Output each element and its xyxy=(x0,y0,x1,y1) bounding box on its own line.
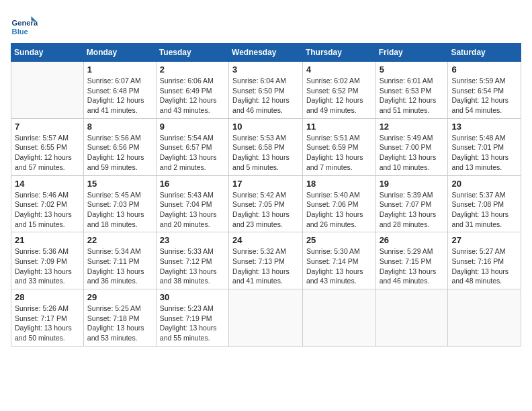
day-info: Sunrise: 5:45 AM Sunset: 7:03 PM Dayligh… xyxy=(87,190,152,230)
day-info: Sunrise: 6:01 AM Sunset: 6:53 PM Dayligh… xyxy=(380,76,445,116)
calendar-cell: 5Sunrise: 6:01 AM Sunset: 6:53 PM Daylig… xyxy=(375,62,448,119)
col-header-monday: Monday xyxy=(83,44,156,62)
calendar-cell xyxy=(11,62,84,119)
calendar-cell: 28Sunrise: 5:26 AM Sunset: 7:17 PM Dayli… xyxy=(11,289,84,347)
day-number: 18 xyxy=(306,179,372,189)
calendar-cell xyxy=(448,289,521,347)
day-info: Sunrise: 5:25 AM Sunset: 7:18 PM Dayligh… xyxy=(87,304,152,343)
calendar-cell: 22Sunrise: 5:34 AM Sunset: 7:11 PM Dayli… xyxy=(83,232,156,289)
day-info: Sunrise: 5:42 AM Sunset: 7:05 PM Dayligh… xyxy=(232,190,299,230)
day-number: 1 xyxy=(87,64,152,75)
day-info: Sunrise: 5:56 AM Sunset: 6:56 PM Dayligh… xyxy=(87,133,152,173)
day-number: 27 xyxy=(451,235,517,245)
day-number: 16 xyxy=(160,179,225,189)
day-info: Sunrise: 5:26 AM Sunset: 7:17 PM Dayligh… xyxy=(15,304,80,343)
col-header-wednesday: Wednesday xyxy=(229,44,303,62)
day-info: Sunrise: 5:30 AM Sunset: 7:14 PM Dayligh… xyxy=(306,246,372,286)
calendar-week-row: 14Sunrise: 5:46 AM Sunset: 7:02 PM Dayli… xyxy=(11,175,521,232)
day-info: Sunrise: 5:51 AM Sunset: 6:59 PM Dayligh… xyxy=(306,133,372,173)
calendar-cell: 2Sunrise: 6:06 AM Sunset: 6:49 PM Daylig… xyxy=(156,62,228,119)
day-info: Sunrise: 5:49 AM Sunset: 7:00 PM Dayligh… xyxy=(380,133,445,173)
col-header-friday: Friday xyxy=(375,44,448,62)
day-info: Sunrise: 6:04 AM Sunset: 6:50 PM Dayligh… xyxy=(232,76,299,116)
col-header-thursday: Thursday xyxy=(302,44,375,62)
calendar-cell: 18Sunrise: 5:40 AM Sunset: 7:06 PM Dayli… xyxy=(302,175,375,232)
day-number: 8 xyxy=(87,122,152,132)
day-number: 25 xyxy=(306,235,372,245)
col-header-sunday: Sunday xyxy=(11,44,84,62)
calendar-cell xyxy=(302,289,375,347)
day-number: 26 xyxy=(380,235,445,245)
day-info: Sunrise: 6:07 AM Sunset: 6:48 PM Dayligh… xyxy=(87,76,152,116)
day-number: 28 xyxy=(15,292,80,302)
logo: General Blue xyxy=(11,11,40,38)
calendar-cell: 15Sunrise: 5:45 AM Sunset: 7:03 PM Dayli… xyxy=(83,175,156,232)
day-info: Sunrise: 5:46 AM Sunset: 7:02 PM Dayligh… xyxy=(15,190,80,230)
day-info: Sunrise: 5:40 AM Sunset: 7:06 PM Dayligh… xyxy=(306,190,372,230)
calendar-cell: 3Sunrise: 6:04 AM Sunset: 6:50 PM Daylig… xyxy=(229,62,303,119)
calendar-cell: 19Sunrise: 5:39 AM Sunset: 7:07 PM Dayli… xyxy=(375,175,448,232)
day-info: Sunrise: 5:34 AM Sunset: 7:11 PM Dayligh… xyxy=(87,246,152,286)
day-number: 14 xyxy=(15,179,80,189)
day-number: 7 xyxy=(15,122,80,132)
day-number: 21 xyxy=(15,235,80,245)
day-info: Sunrise: 5:33 AM Sunset: 7:12 PM Dayligh… xyxy=(160,246,225,286)
calendar-week-row: 7Sunrise: 5:57 AM Sunset: 6:55 PM Daylig… xyxy=(11,118,521,175)
day-number: 12 xyxy=(380,122,445,132)
day-number: 22 xyxy=(87,235,152,245)
calendar-cell: 21Sunrise: 5:36 AM Sunset: 7:09 PM Dayli… xyxy=(11,232,84,289)
logo-svg: General Blue xyxy=(11,11,38,38)
calendar-cell: 29Sunrise: 5:25 AM Sunset: 7:18 PM Dayli… xyxy=(83,289,156,347)
calendar-table: SundayMondayTuesdayWednesdayThursdayFrid… xyxy=(11,43,521,347)
calendar-cell: 26Sunrise: 5:29 AM Sunset: 7:15 PM Dayli… xyxy=(375,232,448,289)
day-info: Sunrise: 5:48 AM Sunset: 7:01 PM Dayligh… xyxy=(451,133,517,173)
day-number: 13 xyxy=(451,122,517,132)
day-number: 5 xyxy=(380,64,445,75)
day-info: Sunrise: 5:54 AM Sunset: 6:57 PM Dayligh… xyxy=(160,133,225,173)
calendar-cell: 23Sunrise: 5:33 AM Sunset: 7:12 PM Dayli… xyxy=(156,232,228,289)
calendar-cell: 10Sunrise: 5:53 AM Sunset: 6:58 PM Dayli… xyxy=(229,118,303,175)
calendar-cell xyxy=(229,289,303,347)
calendar-cell: 27Sunrise: 5:27 AM Sunset: 7:16 PM Dayli… xyxy=(448,232,521,289)
calendar-cell: 13Sunrise: 5:48 AM Sunset: 7:01 PM Dayli… xyxy=(448,118,521,175)
day-number: 9 xyxy=(160,122,225,132)
day-number: 20 xyxy=(451,179,517,189)
day-info: Sunrise: 5:43 AM Sunset: 7:04 PM Dayligh… xyxy=(160,190,225,230)
calendar-cell: 25Sunrise: 5:30 AM Sunset: 7:14 PM Dayli… xyxy=(302,232,375,289)
day-number: 17 xyxy=(232,179,299,189)
calendar-cell: 6Sunrise: 5:59 AM Sunset: 6:54 PM Daylig… xyxy=(448,62,521,119)
calendar-cell: 11Sunrise: 5:51 AM Sunset: 6:59 PM Dayli… xyxy=(302,118,375,175)
day-number: 30 xyxy=(160,292,225,302)
svg-text:Blue: Blue xyxy=(12,28,28,36)
day-info: Sunrise: 5:29 AM Sunset: 7:15 PM Dayligh… xyxy=(380,246,445,286)
day-number: 24 xyxy=(232,235,299,245)
day-number: 23 xyxy=(160,235,225,245)
day-info: Sunrise: 6:02 AM Sunset: 6:52 PM Dayligh… xyxy=(306,76,372,116)
day-info: Sunrise: 5:53 AM Sunset: 6:58 PM Dayligh… xyxy=(232,133,299,173)
calendar-header-row: SundayMondayTuesdayWednesdayThursdayFrid… xyxy=(11,44,521,62)
day-number: 4 xyxy=(306,64,372,75)
calendar-cell: 9Sunrise: 5:54 AM Sunset: 6:57 PM Daylig… xyxy=(156,118,228,175)
day-number: 6 xyxy=(451,64,517,75)
day-number: 15 xyxy=(87,179,152,189)
col-header-saturday: Saturday xyxy=(448,44,521,62)
calendar-cell: 4Sunrise: 6:02 AM Sunset: 6:52 PM Daylig… xyxy=(302,62,375,119)
day-info: Sunrise: 5:23 AM Sunset: 7:19 PM Dayligh… xyxy=(160,304,225,343)
day-number: 3 xyxy=(232,64,299,75)
calendar-week-row: 28Sunrise: 5:26 AM Sunset: 7:17 PM Dayli… xyxy=(11,289,521,347)
calendar-cell: 30Sunrise: 5:23 AM Sunset: 7:19 PM Dayli… xyxy=(156,289,228,347)
day-number: 2 xyxy=(160,64,225,75)
calendar-cell: 12Sunrise: 5:49 AM Sunset: 7:00 PM Dayli… xyxy=(375,118,448,175)
page-header: General Blue xyxy=(11,11,521,38)
day-info: Sunrise: 6:06 AM Sunset: 6:49 PM Dayligh… xyxy=(160,76,225,116)
day-info: Sunrise: 5:36 AM Sunset: 7:09 PM Dayligh… xyxy=(15,246,80,286)
day-info: Sunrise: 5:39 AM Sunset: 7:07 PM Dayligh… xyxy=(380,190,445,230)
calendar-cell: 16Sunrise: 5:43 AM Sunset: 7:04 PM Dayli… xyxy=(156,175,228,232)
calendar-week-row: 21Sunrise: 5:36 AM Sunset: 7:09 PM Dayli… xyxy=(11,232,521,289)
day-number: 29 xyxy=(87,292,152,302)
calendar-cell: 1Sunrise: 6:07 AM Sunset: 6:48 PM Daylig… xyxy=(83,62,156,119)
day-number: 10 xyxy=(232,122,299,132)
day-info: Sunrise: 5:32 AM Sunset: 7:13 PM Dayligh… xyxy=(232,246,299,286)
col-header-tuesday: Tuesday xyxy=(156,44,228,62)
day-info: Sunrise: 5:59 AM Sunset: 6:54 PM Dayligh… xyxy=(451,76,517,116)
